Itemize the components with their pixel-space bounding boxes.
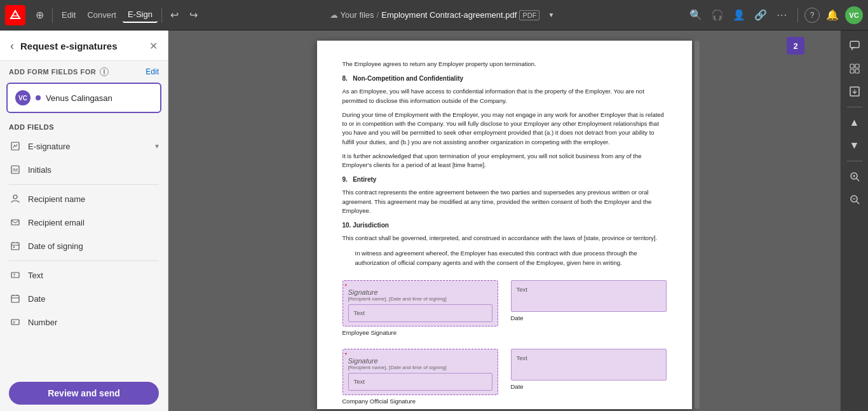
- help-btn[interactable]: ?: [804, 8, 820, 23]
- company-sig-italic-text: Signature: [348, 357, 492, 365]
- pdf-page: The Employee agrees to return any Employ…: [317, 41, 692, 409]
- calendar-icon: [9, 239, 22, 252]
- recipient-dot: [36, 95, 41, 100]
- nav-up-btn[interactable]: ▲: [844, 112, 865, 133]
- edit-menu-btn[interactable]: Edit: [57, 8, 81, 22]
- right-panel-divider: [847, 107, 862, 107]
- company-date-field[interactable]: Text: [511, 349, 667, 381]
- employee-sig-block: * Signature [Recipient name], [Date and …: [342, 280, 498, 336]
- sig-required-star: *: [345, 283, 348, 289]
- pdf-section-10-heading: 10. Jurisdiction: [342, 220, 667, 230]
- date-of-signing-label: Date of signing: [28, 241, 159, 251]
- field-item-date-of-signing[interactable]: Date of signing: [0, 234, 168, 258]
- sidebar-header-left: ‹ Request e-signatures: [9, 38, 118, 54]
- pdf-section-9-heading: 9. Entirety: [342, 175, 667, 184]
- comments-btn[interactable]: [844, 36, 865, 56]
- employee-text-label: Text: [354, 309, 365, 316]
- company-sig-block: * Signature [Recipient name], [Date and …: [342, 349, 498, 405]
- svg-rect-16: [855, 69, 859, 73]
- employee-date-field[interactable]: Text: [511, 280, 667, 312]
- sidebar-title: Request e-signatures: [20, 41, 118, 51]
- undo-btn[interactable]: ↩: [166, 6, 184, 24]
- employee-sig-field[interactable]: * Signature [Recipient name], [Date and …: [342, 280, 498, 327]
- svg-rect-12: [850, 41, 859, 48]
- toolbar-right: 🔍 🎧 👤 🔗 ··· ? 🔔 VC: [687, 6, 863, 24]
- employee-date-block: Text Date: [511, 280, 667, 321]
- signature-area: * Signature [Recipient name], [Date and …: [342, 280, 667, 405]
- pdf-scroll-area[interactable]: The Employee agrees to return any Employ…: [168, 30, 840, 411]
- pdf-scrollbar[interactable]: [695, 41, 700, 409]
- field-item-text[interactable]: T Text: [0, 264, 168, 287]
- number-icon: #: [9, 316, 22, 328]
- nav-down-btn[interactable]: ▼: [844, 135, 865, 156]
- zoom-in-btn[interactable]: [844, 166, 865, 187]
- svg-rect-9: [11, 295, 19, 302]
- save-btn[interactable]: [844, 81, 865, 102]
- undo-redo-group: ↩ ↪: [166, 6, 203, 24]
- field-item-initials[interactable]: IM Initials: [0, 158, 168, 182]
- company-text-field[interactable]: Text: [348, 373, 492, 391]
- breadcrumb-cloud[interactable]: Your files: [341, 10, 374, 20]
- toolbar-divider-2: [161, 8, 162, 23]
- svg-rect-5: [11, 243, 19, 250]
- svg-rect-14: [855, 64, 859, 68]
- file-name: Employment Contract-agreement.pdf: [381, 10, 517, 20]
- divider-1: [9, 184, 159, 185]
- pdf-para-3: During your time of Employment with the …: [342, 111, 667, 147]
- sidebar-scroll: ADD FORM FIELDS FOR i Edit VC Venus Cali…: [0, 61, 168, 375]
- sidebar-back-btn[interactable]: ‹: [9, 38, 15, 54]
- add-form-fields-label: ADD FORM FIELDS FOR i Edit: [0, 61, 168, 79]
- sidebar-close-btn[interactable]: ✕: [148, 39, 159, 53]
- grid-view-btn[interactable]: [844, 58, 865, 79]
- company-sig-label: Company Official Signature: [342, 398, 498, 405]
- file-path: ☁ Your files / Employment Contract-agree…: [330, 6, 560, 24]
- field-item-recipient-email[interactable]: Recipient email: [0, 211, 168, 234]
- text-field-icon: T: [9, 269, 22, 281]
- info-icon[interactable]: i: [100, 67, 109, 76]
- pdf-content: The Employee agrees to return any Employ…: [342, 60, 667, 267]
- text-field-label: Text: [28, 271, 159, 280]
- audio-btn[interactable]: 🎧: [709, 6, 726, 24]
- search-btn[interactable]: 🔍: [687, 6, 705, 24]
- field-item-recipient-name[interactable]: Recipient name: [0, 187, 168, 211]
- company-sig-required-star: *: [345, 351, 348, 358]
- recipient-card[interactable]: VC Venus Calingasan: [6, 83, 161, 113]
- review-send-btn[interactable]: Review and send: [9, 382, 159, 405]
- edit-link[interactable]: Edit: [146, 67, 159, 76]
- svg-point-3: [13, 195, 17, 199]
- company-date-text: Text: [517, 354, 527, 361]
- recipient-email-label: Recipient email: [28, 218, 159, 227]
- convert-menu-btn[interactable]: Convert: [82, 8, 121, 22]
- esign-menu-btn[interactable]: E-Sign: [123, 7, 158, 23]
- esignature-label: E-signature: [28, 142, 149, 151]
- bell-btn[interactable]: 🔔: [824, 6, 841, 24]
- redo-btn[interactable]: ↪: [185, 6, 203, 24]
- more-btn[interactable]: ···: [773, 6, 791, 24]
- pdf-para-4: It is further acknowledged that upon ter…: [342, 152, 667, 170]
- zoom-out-btn[interactable]: [844, 189, 865, 210]
- link-btn[interactable]: 🔗: [752, 6, 770, 24]
- company-date-block: Text Date: [511, 349, 667, 390]
- employee-date-label: Date: [511, 314, 667, 321]
- sidebar-header: ‹ Request e-signatures ✕: [0, 30, 168, 61]
- toolbar-divider-1: [52, 8, 53, 23]
- field-item-number[interactable]: # Number: [0, 311, 168, 334]
- initials-label: Initials: [28, 165, 159, 175]
- pdf-area: The Employee agrees to return any Employ…: [168, 30, 840, 411]
- share-btn[interactable]: 👤: [730, 6, 748, 24]
- divider-2: [9, 260, 159, 261]
- company-sig-field[interactable]: * Signature [Recipient name], [Date and …: [342, 349, 498, 395]
- recipient-name: Venus Calingasan: [46, 93, 112, 103]
- pen-icon: [9, 140, 22, 152]
- toolbar: ⊕ Edit Convert E-Sign ↩ ↪ ☁ Your files /…: [0, 0, 868, 30]
- field-item-date[interactable]: Date: [0, 287, 168, 311]
- employee-text-field[interactable]: Text: [348, 304, 492, 322]
- field-item-esignature[interactable]: E-signature ▾: [0, 135, 168, 158]
- pdf-dropdown-btn[interactable]: ▼: [542, 6, 560, 24]
- email-icon: [9, 216, 22, 229]
- recipient-name-label: Recipient name: [28, 194, 159, 204]
- user-avatar[interactable]: VC: [845, 6, 863, 24]
- history-icon-btn[interactable]: ⊕: [31, 6, 48, 24]
- recipient-avatar: VC: [15, 90, 31, 105]
- pdf-witness-text: In witness and agreement whereof, the Em…: [355, 249, 654, 267]
